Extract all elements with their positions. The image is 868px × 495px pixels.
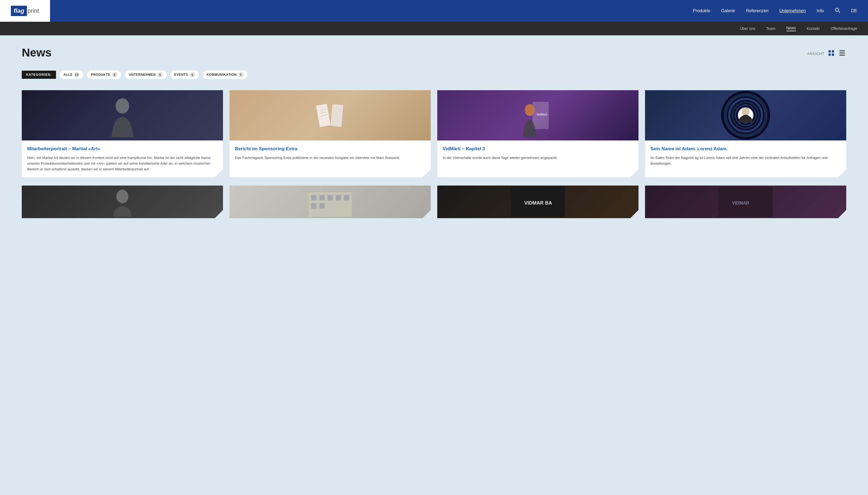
- header: flag print Produkte Galerie Referenzen U…: [0, 0, 868, 22]
- news-card-4-title: Sein Name ist Adam. Lorenz Adam.: [651, 146, 841, 152]
- svg-text:VIDMAR: VIDMAR: [732, 201, 750, 205]
- svg-rect-31: [335, 195, 341, 201]
- categories-label: KATEGORIEN:: [22, 71, 56, 79]
- svg-point-26: [116, 190, 128, 203]
- news-card-4-body: Sein Name ist Adam. Lorenz Adam. Im Sale…: [645, 140, 846, 172]
- title-row: News ANSICHT: [22, 46, 846, 65]
- news-card-7-image: VIDMAR BA: [437, 186, 638, 218]
- news-card-7[interactable]: VIDMAR BA: [437, 186, 638, 218]
- news-card-2-title: Bericht im Sponsoring Extra: [235, 146, 425, 152]
- language-selector[interactable]: DE: [851, 8, 857, 13]
- svg-rect-4: [829, 53, 831, 56]
- news-card-3-title: VidMärli – Kapitel 3: [443, 146, 633, 152]
- svg-rect-7: [839, 52, 845, 53]
- cat-alle[interactable]: ALLE 26: [59, 70, 83, 79]
- logo-area: flag print: [0, 0, 50, 22]
- svg-rect-29: [319, 195, 325, 201]
- news-card-1-title: Mitarbeiterportrait – Martial «Art»: [27, 146, 217, 152]
- cat-kommunikation[interactable]: KOMMUNIKATION 6: [202, 70, 248, 79]
- nav-produkte[interactable]: Produkte: [693, 8, 710, 13]
- nav-referenzen[interactable]: Referenzen: [746, 8, 768, 13]
- svg-text:VIDMAR BA: VIDMAR BA: [524, 200, 552, 206]
- news-card-2-image: [230, 90, 431, 140]
- svg-rect-5: [832, 53, 834, 56]
- cat-events[interactable]: EVENTS 5: [170, 70, 199, 79]
- news-card-3-body: VidMärli – Kapitel 3 In der Vidmarhalle …: [437, 140, 638, 166]
- subnav-ueber-uns[interactable]: Über uns: [740, 27, 755, 31]
- news-card-1-text: Nein, mit Martial Art deuten wir in dies…: [27, 155, 217, 172]
- news-card-1-image: [22, 90, 223, 140]
- svg-rect-28: [311, 195, 316, 201]
- svg-rect-8: [839, 55, 845, 56]
- news-grid-row2: VIDMAR BA VIDMAR: [22, 186, 846, 218]
- cat-produkte[interactable]: PRODUKTE 8: [87, 70, 121, 79]
- nav-galerie[interactable]: Galerie: [721, 8, 735, 13]
- news-card-3[interactable]: VidMärli VidMärli – Kapitel 3 In der Vid…: [437, 90, 638, 177]
- news-card-2-body: Bericht im Sponsoring Extra Das Fachmaga…: [230, 140, 431, 166]
- subnav-offertenanfrage[interactable]: Offertenanfrage: [831, 27, 857, 31]
- news-card-5-image: [22, 186, 223, 218]
- subnav-kontakt[interactable]: Kontakt: [807, 27, 820, 31]
- svg-rect-33: [311, 203, 316, 209]
- svg-rect-32: [344, 195, 349, 201]
- svg-point-0: [835, 8, 839, 12]
- news-card-6-image: [230, 186, 431, 218]
- main-content: News ANSICHT KATEGORIEN:: [0, 35, 868, 229]
- svg-point-9: [116, 98, 129, 114]
- categories-bar: KATEGORIEN: ALLE 26 PRODUKTE 8 UNTERNEHM…: [22, 70, 846, 79]
- svg-rect-2: [829, 50, 831, 52]
- svg-text:VidMärli: VidMärli: [537, 113, 547, 116]
- news-card-8[interactable]: VIDMAR: [645, 186, 846, 218]
- view-label: ANSICHT: [807, 52, 824, 56]
- grid-view-button[interactable]: [827, 49, 835, 58]
- grid-icon: [828, 50, 834, 56]
- view-toggle: ANSICHT: [807, 49, 846, 58]
- news-card-4[interactable]: Sein Name ist Adam. Lorenz Adam. Im Sale…: [645, 90, 846, 177]
- cat-unternehmen[interactable]: UNTERNEHMEN 9: [125, 70, 167, 79]
- subnav-team[interactable]: Team: [766, 27, 775, 31]
- news-card-3-text: In der Vidmarhalle wurde auch diese Tage…: [443, 155, 633, 161]
- subnav: Über uns Team News Kontakt Offertenanfra…: [0, 22, 868, 35]
- news-card-1-body: Mitarbeiterportrait – Martial «Art» Nein…: [22, 140, 223, 177]
- svg-line-1: [838, 11, 840, 13]
- nav-info[interactable]: Info: [817, 8, 824, 13]
- search-icon-button[interactable]: [835, 7, 840, 14]
- svg-point-17: [525, 104, 535, 116]
- news-card-3-image: VidMärli: [437, 90, 638, 140]
- logo-print: print: [28, 7, 39, 14]
- page-title: News: [22, 46, 52, 59]
- nav-unternehmen[interactable]: Unternehmen: [779, 8, 806, 13]
- svg-rect-30: [327, 195, 333, 201]
- main-nav: Produkte Galerie Referenzen Unternehmen …: [50, 0, 868, 22]
- news-card-8-image: VIDMAR: [645, 186, 846, 218]
- svg-rect-34: [319, 203, 325, 209]
- news-card-4-image: [645, 90, 846, 140]
- list-view-button[interactable]: [838, 49, 846, 58]
- subnav-news[interactable]: News: [786, 26, 796, 31]
- news-card-1[interactable]: Mitarbeiterportrait – Martial «Art» Nein…: [22, 90, 223, 177]
- list-icon: [839, 50, 845, 56]
- svg-rect-6: [839, 50, 845, 51]
- news-grid: Mitarbeiterportrait – Martial «Art» Nein…: [22, 90, 846, 177]
- svg-rect-3: [832, 50, 834, 52]
- svg-rect-11: [331, 104, 343, 126]
- news-card-6[interactable]: [230, 186, 431, 218]
- news-card-2-text: Das Fachmagazin Sponsoring Extra publizi…: [235, 155, 425, 161]
- news-card-2[interactable]: Bericht im Sponsoring Extra Das Fachmaga…: [230, 90, 431, 177]
- news-card-4-text: Im Sales-Team der flagprint ag ist Loren…: [651, 155, 841, 167]
- news-card-5[interactable]: [22, 186, 223, 218]
- logo-flag[interactable]: flag: [11, 6, 27, 16]
